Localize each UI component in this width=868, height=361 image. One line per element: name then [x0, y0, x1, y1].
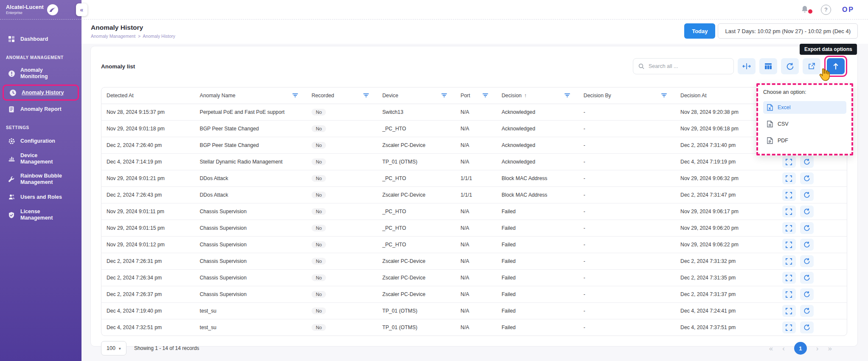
row-replay-button[interactable] [800, 305, 814, 317]
cell-device: Zscaler PC-Device [377, 291, 455, 297]
row-replay-button[interactable] [800, 189, 814, 201]
help-button[interactable]: ? [821, 5, 831, 15]
table-row[interactable]: Dec 4, 2024 7:19:40 pmtest_suNoTP_01 (OT… [101, 303, 847, 319]
table-row[interactable]: Nov 29, 2024 9:01:18 pmBGP Peer State Ch… [101, 121, 847, 137]
today-button[interactable]: Today [684, 23, 715, 39]
date-range-selector[interactable]: Last 7 Days: 10:02 pm (Nov 27) - 10:02 p… [718, 23, 858, 39]
column-settings-button[interactable] [759, 58, 777, 74]
row-replay-button[interactable] [800, 322, 814, 333]
sidebar-item-anomaly-monitoring[interactable]: Anomaly Monitoring [0, 63, 81, 84]
row-replay-button[interactable] [800, 255, 814, 267]
last-page-icon[interactable]: » [828, 345, 832, 352]
table-row[interactable]: Nov 29, 2024 9:01:11 pmChassis Supervisi… [101, 203, 847, 220]
page-size-select[interactable]: 100 ▾ [101, 341, 126, 355]
export-button[interactable] [827, 58, 845, 74]
row-replay-button[interactable] [800, 206, 814, 217]
filter-icon[interactable] [483, 93, 488, 98]
filter-icon[interactable] [565, 93, 570, 98]
cell-recorded: No [306, 324, 377, 331]
table-row[interactable]: Dec 4, 2024 7:32:51 pmtest_suNoTP_01 (OT… [101, 319, 847, 336]
current-page-button[interactable]: 1 [794, 342, 807, 355]
table-row[interactable]: Nov 28, 2024 9:15:37 pmPerpetual PoE and… [101, 104, 847, 121]
row-expand-button[interactable] [782, 206, 796, 217]
row-expand-button[interactable] [782, 288, 796, 300]
recorded-badge: No [312, 125, 326, 132]
recorded-badge: No [312, 175, 326, 182]
row-replay-button[interactable] [800, 239, 814, 251]
row-expand-button[interactable] [782, 222, 796, 234]
row-expand-button[interactable] [782, 156, 796, 168]
table-row[interactable]: Dec 2, 2024 7:26:40 pmBGP Peer State Cha… [101, 137, 847, 154]
sidebar-item-license-management[interactable]: License Management [0, 205, 81, 225]
row-replay-button[interactable] [800, 272, 814, 284]
row-refresh-icon [803, 307, 810, 314]
column-header-recorded[interactable]: Recorded [306, 87, 377, 104]
row-replay-button[interactable] [800, 172, 814, 184]
open-external-button[interactable] [803, 58, 820, 74]
row-refresh-icon [803, 274, 810, 281]
sidebar-item-label: Anomaly Monitoring [20, 67, 70, 80]
sidebar-item-dashboard[interactable]: Dashboard [0, 31, 81, 47]
table-row[interactable]: Nov 29, 2024 9:01:12 pmChassis Supervisi… [101, 237, 847, 253]
notifications-button[interactable] [801, 5, 810, 14]
sidebar-item-device-management[interactable]: Device Management [0, 149, 81, 169]
column-header-detected-at[interactable]: Detected At [101, 87, 195, 104]
table-row[interactable]: Nov 29, 2024 9:01:15 pmChassis Supervisi… [101, 220, 847, 237]
brand-mark-icon [47, 4, 58, 15]
sidebar-item-anomaly-report[interactable]: Anomaly Report [0, 102, 81, 117]
cell-detected-at: Dec 2, 2024 7:26:37 pm [101, 291, 195, 297]
table-row[interactable]: Dec 2, 2024 7:26:37 pmChassis Supervisio… [101, 286, 847, 303]
breadcrumb-parent[interactable]: Anomaly Management [91, 34, 135, 39]
sidebar-item-users-and-roles[interactable]: Users and Roles [0, 189, 81, 205]
cell-decision: Failed [497, 258, 579, 264]
filter-icon[interactable] [661, 93, 667, 98]
row-replay-button[interactable] [800, 156, 814, 168]
column-header-anomaly-name[interactable]: Anomaly Name [195, 87, 306, 104]
row-replay-button[interactable] [800, 222, 814, 234]
row-expand-button[interactable] [782, 272, 796, 284]
prev-page-icon[interactable]: ‹ [782, 345, 785, 352]
first-page-icon[interactable]: « [769, 345, 773, 352]
row-expand-button[interactable] [782, 255, 796, 267]
search-input[interactable] [648, 63, 728, 70]
row-replay-button[interactable] [800, 288, 814, 300]
recorded-badge: No [312, 324, 326, 331]
export-option-csv[interactable]: CSV [763, 118, 846, 130]
row-expand-button[interactable] [782, 322, 796, 333]
table-row[interactable]: Dec 2, 2024 7:26:31 pmChassis Supervisio… [101, 253, 847, 270]
row-refresh-icon [803, 291, 810, 298]
row-expand-button[interactable] [782, 239, 796, 251]
table-row[interactable]: Nov 29, 2024 9:01:21 pmDDos AttackNo_PC_… [101, 170, 847, 187]
filter-icon[interactable] [441, 93, 447, 98]
cell-decision-at: Dec 2, 2024 7:31:47 pm [675, 192, 780, 198]
fit-columns-button[interactable] [738, 58, 756, 74]
refresh-button[interactable] [781, 58, 799, 74]
export-option-excel[interactable]: Excel [763, 101, 846, 114]
user-avatar[interactable]: OP [842, 6, 854, 14]
sidebar-item-anomaly-history[interactable]: Anomaly History [3, 85, 79, 101]
filter-icon[interactable] [292, 93, 298, 98]
column-header-decision[interactable]: Decision↑ [497, 87, 579, 104]
next-page-icon[interactable]: › [816, 345, 819, 352]
table-row[interactable]: Dec 2, 2024 7:26:43 pmDDos AttackNoZscal… [101, 187, 847, 203]
column-header-decision-by[interactable]: Decision By [579, 87, 675, 104]
export-option-pdf[interactable]: PDF [763, 134, 846, 147]
row-expand-button[interactable] [782, 189, 796, 201]
row-expand-button[interactable] [782, 172, 796, 184]
sidebar-item-rainbow-bubble-management[interactable]: Rainbow Bubble Management [0, 169, 81, 189]
table-row[interactable]: Dec 4, 2024 7:14:19 pmStellar Dynamic Ra… [101, 154, 847, 170]
table-row[interactable]: Dec 2, 2024 7:26:34 pmChassis Supervisio… [101, 270, 847, 286]
wrench-icon [8, 175, 15, 183]
cell-port: 1/1/1 [455, 192, 497, 198]
cell-anomaly-name: BGP Peer State Changed [195, 142, 306, 148]
alert-icon [8, 70, 15, 77]
column-header-device[interactable]: Device [377, 87, 455, 104]
row-expand-button[interactable] [782, 305, 796, 317]
sidebar-item-configuration[interactable]: Configuration [0, 133, 81, 149]
table-header-row: Detected AtAnomaly NameRecordedDevicePor… [101, 87, 847, 104]
cell-port: N/A [455, 258, 497, 264]
filter-icon[interactable] [363, 93, 369, 98]
sidebar-collapse-button[interactable]: « [76, 3, 87, 16]
column-header-port[interactable]: Port [455, 87, 497, 104]
breadcrumb-current[interactable]: Anomaly History [143, 34, 175, 39]
